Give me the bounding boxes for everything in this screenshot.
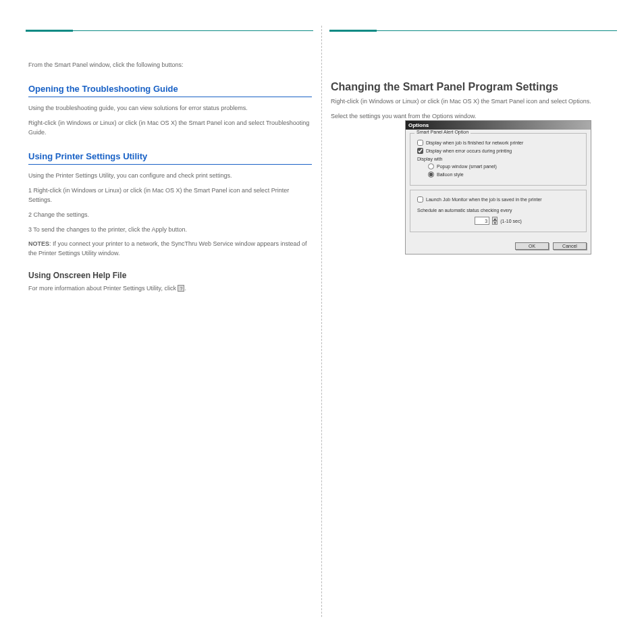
left-column: From the Smart Panel window, click the f… (28, 61, 312, 299)
schedule-spinner-row: 3 ▲ ▼ (1-10 sec) (414, 217, 582, 225)
dialog-button-row: OK Cancel (406, 240, 591, 254)
radio-popup-input[interactable] (428, 163, 434, 169)
spinner-buttons[interactable]: ▲ ▼ (492, 217, 498, 225)
spinner-down-icon[interactable]: ▼ (492, 221, 498, 225)
radio-popup-label: Popup window (smart panel) (437, 164, 497, 169)
radio-balloon-input[interactable] (428, 171, 434, 178)
checkbox-error-occurs[interactable]: Display when error occurs during printin… (417, 148, 582, 154)
checkbox-job-finished-label: Display when job is finished for network… (426, 140, 523, 145)
checkbox-launch-job-monitor[interactable]: Launch Job Monitor when the job is saved… (417, 196, 582, 203)
radio-popup[interactable]: Popup window (smart panel) (428, 163, 582, 169)
dialog-body: Smart Panel Alert Option Display when jo… (406, 130, 591, 240)
cancel-button[interactable]: Cancel (553, 242, 587, 250)
radio-balloon-label: Balloon style (437, 172, 464, 177)
psu-step1: 1 Right-click (in Windows or Linux) or c… (28, 186, 312, 205)
heading-change-settings: Changing the Smart Panel Program Setting… (331, 81, 614, 93)
schedule-label: Schedule an automatic status checking ev… (417, 208, 579, 213)
display-with-label: Display with (417, 157, 582, 161)
header-rule-left-thick (26, 30, 73, 32)
troubleshooting-p1: Using the troubleshooting guide, you can… (28, 104, 312, 113)
alert-option-group: Smart Panel Alert Option Display when jo… (410, 133, 587, 186)
psu-note-text: : If you connect your printer to a netwo… (28, 240, 307, 257)
checkbox-launch-job-monitor-label: Launch Job Monitor when the job is saved… (426, 197, 542, 202)
header-rule-right-thin (377, 30, 617, 31)
psu-step2: 2 Change the settings. (28, 211, 312, 220)
lower-group: Launch Job Monitor when the job is saved… (410, 190, 587, 232)
checkbox-job-finished-input[interactable] (417, 140, 423, 146)
heading-printer-settings[interactable]: Using Printer Settings Utility (28, 151, 312, 165)
options-dialog: Options Smart Panel Alert Option Display… (405, 120, 591, 254)
intro-text: From the Smart Panel window, click the f… (28, 61, 312, 70)
ok-button[interactable]: OK (515, 242, 549, 250)
header-rule-left-thin (73, 30, 313, 31)
help-icon[interactable]: ? (178, 285, 184, 292)
note-label: NOTES (28, 240, 49, 247)
page-divider (321, 26, 322, 617)
heading-onscreen-help: Using Onscreen Help File (28, 271, 312, 280)
change-p1: Right-click (in Windows or Linux) or cli… (331, 97, 614, 107)
right-column: Changing the Smart Panel Program Setting… (331, 61, 614, 127)
radio-balloon[interactable]: Balloon style (428, 171, 582, 178)
help-text: For more information about Printer Setti… (28, 284, 312, 294)
checkbox-launch-job-monitor-input[interactable] (417, 196, 423, 203)
dialog-titlebar: Options (406, 121, 591, 130)
heading-troubleshooting[interactable]: Opening the Troubleshooting Guide (28, 84, 312, 97)
troubleshooting-p2: Right-click (in Windows or Linux) or cli… (28, 119, 312, 138)
header-rule-right-thick (329, 30, 377, 32)
schedule-spinner-value[interactable]: 3 (475, 217, 489, 225)
help-text-inner: For more information about Printer Setti… (28, 285, 178, 292)
schedule-suffix: (1-10 sec) (500, 219, 522, 223)
checkbox-job-finished[interactable]: Display when job is finished for network… (417, 140, 582, 146)
psu-step3: 3 To send the changes to the printer, cl… (28, 225, 312, 235)
checkbox-error-occurs-label: Display when error occurs during printin… (426, 149, 512, 153)
psu-note: NOTES: If you connect your printer to a … (28, 240, 312, 259)
checkbox-error-occurs-input[interactable] (417, 148, 423, 154)
psu-p1: Using the Printer Settings Utility, you … (28, 171, 312, 181)
group-legend: Smart Panel Alert Option (414, 130, 471, 134)
